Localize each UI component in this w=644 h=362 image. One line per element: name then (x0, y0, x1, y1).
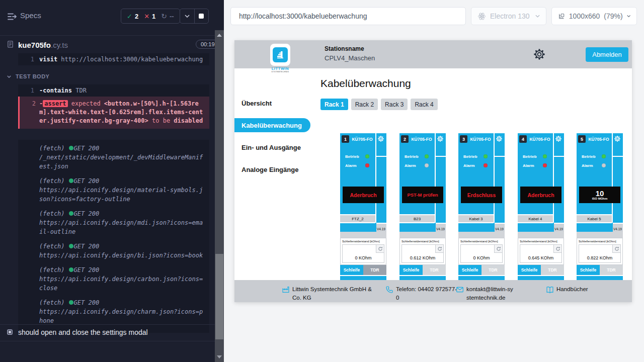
viewport-size: 1000x660 (569, 12, 600, 20)
tab-rack-4[interactable]: Rack 4 (411, 99, 437, 110)
page-title: Kabelüberwachung (320, 77, 411, 89)
sidebar-item-kabelueberwachung[interactable]: Kabelüberwachung (234, 118, 310, 132)
viewport-size-selector[interactable]: 1000x660 (79%) (551, 7, 637, 25)
refresh-button[interactable] (376, 245, 384, 253)
tdr-button[interactable]: TDR (363, 265, 386, 275)
littwin-logo (270, 44, 290, 66)
card-gear-icon[interactable] (496, 135, 503, 142)
refresh-button[interactable] (553, 245, 561, 253)
footer-handbuecher[interactable]: Handbücher (546, 285, 588, 294)
footer-phone: Telefon: 04402 972577-0 (385, 285, 458, 302)
fetch-url: /_next/static/development/_devMiddleware… (39, 153, 205, 171)
stat-pending: ↻-- (161, 12, 174, 20)
divider (399, 232, 446, 238)
card-gear-icon[interactable] (555, 135, 562, 142)
resistance-panel: Schleifenwiderstand [kOhm] 0.612 KOhm (399, 238, 446, 265)
fetch-log-entry[interactable]: (fetch)GET 200 https://api.iconify.desig… (39, 265, 205, 293)
refresh-button[interactable] (494, 245, 502, 253)
schleife-button[interactable]: Schleife (399, 265, 423, 275)
specs-list-icon[interactable] (7, 12, 17, 21)
schleife-button[interactable]: Schleife (518, 265, 541, 275)
stat-failed: ✕1 (144, 13, 155, 20)
tab-rack-2[interactable]: Rack 2 (351, 99, 378, 110)
alarm-led (602, 163, 606, 167)
fetch-log-entry[interactable]: (fetch)GET 200 /_next/static/development… (39, 144, 205, 171)
phone-icon (385, 286, 393, 294)
schleife-button[interactable]: Schleife (458, 265, 481, 275)
tab-rack-1[interactable]: Rack 1 (320, 99, 348, 110)
browser-selector[interactable]: Electron 130 (471, 7, 546, 25)
alarm-led-row: Alarm (345, 163, 369, 168)
resistance-value: 0 KOhm (461, 255, 502, 260)
scroll-down-arrow[interactable] (217, 355, 222, 358)
status-display: Erdschluss (461, 187, 502, 203)
device-card-4: 4 KÜ705-FO Betrieb Alarm Aderbruch Kabel… (518, 133, 564, 280)
resistance-panel: Schleifenwiderstand [kOhm] 0 KOhm (340, 238, 386, 265)
resistance-readout: 0 KOhm (342, 244, 384, 263)
test-body-section[interactable]: TEST BODY (7, 73, 49, 79)
scroll-up-arrow[interactable] (217, 34, 222, 37)
fetch-url: https://api.iconify.design/carbon.json?i… (39, 275, 205, 293)
browser-panel: Electron 130 1000x660 (79%) Stationsname… (224, 0, 644, 362)
card-gear-icon[interactable] (437, 135, 444, 142)
cable-name: Kabel 4 (518, 214, 553, 223)
spec-row[interactable]: kue705fo.cy.ts 00:19 (0, 38, 215, 53)
stop-button[interactable] (194, 9, 209, 23)
url-input[interactable] (231, 8, 465, 25)
command-name: -contains (39, 87, 72, 94)
specs-title[interactable]: Specs (20, 11, 41, 20)
tdr-button[interactable]: TDR (600, 265, 623, 275)
cable-name: Kabel 3 (458, 214, 494, 223)
resistance-readout: 0.645 KOhm (520, 244, 562, 263)
check-icon: ✓ (127, 13, 132, 20)
divider (494, 133, 495, 223)
fetch-url: https://api.iconify.design/material-symb… (39, 186, 205, 204)
schleife-button[interactable]: Schleife (577, 265, 600, 275)
fetch-url: https://api.iconify.design/mdi.json?icon… (39, 218, 205, 236)
command-contains[interactable]: 1 -contains TDR (18, 84, 209, 97)
tab-rack-3[interactable]: Rack 3 (381, 99, 408, 110)
book-icon (546, 286, 554, 294)
tdr-button[interactable]: TDR (481, 265, 505, 275)
card-gear-icon[interactable] (614, 135, 621, 142)
card-title: KÜ705-FO (527, 137, 552, 142)
littwin-logo-icon (273, 47, 288, 62)
fetch-log-entry[interactable]: (fetch)GET 200 https://api.iconify.desig… (39, 176, 205, 204)
refresh-button[interactable] (435, 245, 443, 253)
card-bottom-strip (399, 276, 446, 280)
divider (0, 35, 215, 36)
sidebar-item-uebersicht[interactable]: Übersicht (234, 96, 310, 110)
resistance-label: Schleifenwiderstand [kOhm] (342, 240, 385, 243)
divider (458, 232, 505, 238)
refresh-button[interactable] (612, 245, 620, 253)
command-assert-failed[interactable]: 2 -assert expected <button.w-[50%].h-[1.… (18, 97, 209, 129)
status-dot (69, 267, 73, 272)
command-visit[interactable]: 1 visit http://localhost:3000/kabelueber… (18, 53, 209, 65)
status-dot (69, 178, 73, 183)
cable-name: Kabel 5 (577, 214, 612, 223)
tdr-button[interactable]: TDR (541, 265, 564, 275)
status-display: 10ISO MOhm (579, 187, 620, 203)
divider (375, 133, 376, 223)
logout-button[interactable]: Abmelden (586, 47, 628, 62)
reporter-scrollbar[interactable] (215, 30, 224, 362)
command-message: TDR (75, 87, 87, 94)
schleife-button[interactable]: Schleife (340, 265, 363, 275)
card-title: KÜ705-FO (409, 137, 434, 142)
alarm-led (425, 163, 429, 167)
fetch-log-entry[interactable]: (fetch)GET 200 https://api.iconify.desig… (39, 209, 205, 236)
command-number: 1 (21, 56, 34, 63)
next-test-row[interactable]: should open and close the settings modal (0, 327, 215, 340)
card-gear-icon[interactable] (377, 135, 384, 142)
settings-gear-icon[interactable] (533, 48, 546, 61)
network-log: (fetch)GET 200 /_next/static/development… (18, 140, 209, 333)
scrollbar-thumb[interactable] (215, 254, 223, 339)
fetch-log-entry[interactable]: (fetch)GET 200 https://api.iconify.desig… (39, 242, 205, 260)
refresh-icon: ↻ (161, 12, 167, 20)
tdr-button[interactable]: TDR (423, 265, 446, 275)
resistance-label: Schleifenwiderstand [kOhm] (401, 240, 444, 243)
fetch-log-entry[interactable]: (fetch)GET 200 https://api.iconify.desig… (39, 298, 205, 325)
collapse-button[interactable] (180, 9, 194, 23)
resistance-panel: Schleifenwiderstand [kOhm] 0.822 KOhm (577, 238, 623, 265)
device-card-5: 5 KÜ705-FO Betrieb Alarm 10ISO MOhm Kabe… (577, 133, 623, 280)
